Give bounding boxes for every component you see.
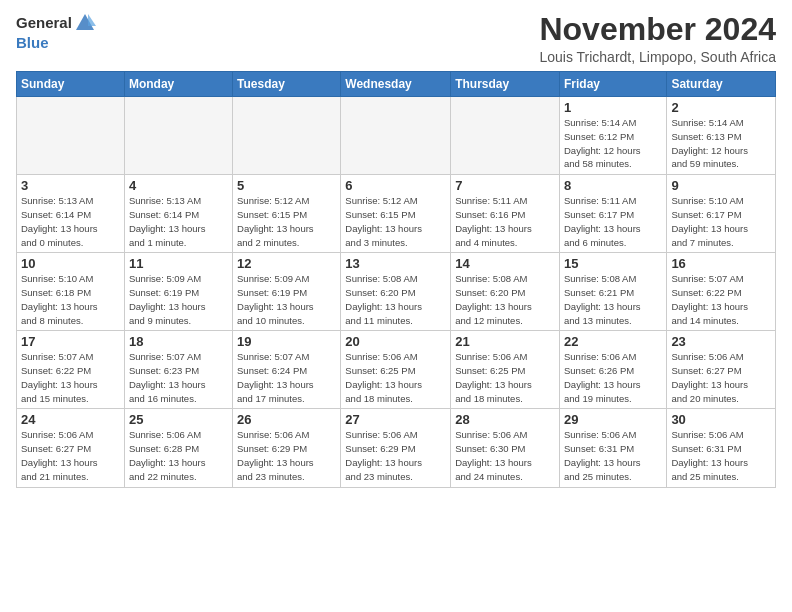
weekday-friday: Friday bbox=[559, 72, 666, 97]
logo-icon bbox=[74, 12, 96, 34]
day-info: Sunrise: 5:06 AM Sunset: 6:25 PM Dayligh… bbox=[455, 350, 555, 405]
day-number: 24 bbox=[21, 412, 120, 427]
table-row: 30Sunrise: 5:06 AM Sunset: 6:31 PM Dayli… bbox=[667, 409, 776, 487]
table-row: 22Sunrise: 5:06 AM Sunset: 6:26 PM Dayli… bbox=[559, 331, 666, 409]
day-info: Sunrise: 5:07 AM Sunset: 6:22 PM Dayligh… bbox=[21, 350, 120, 405]
table-row: 13Sunrise: 5:08 AM Sunset: 6:20 PM Dayli… bbox=[341, 253, 451, 331]
day-info: Sunrise: 5:06 AM Sunset: 6:30 PM Dayligh… bbox=[455, 428, 555, 483]
table-row: 5Sunrise: 5:12 AM Sunset: 6:15 PM Daylig… bbox=[233, 175, 341, 253]
day-number: 4 bbox=[129, 178, 228, 193]
day-number: 29 bbox=[564, 412, 662, 427]
page-container: General Blue November 2024 Louis Trichar… bbox=[0, 0, 792, 496]
day-number: 30 bbox=[671, 412, 771, 427]
day-info: Sunrise: 5:06 AM Sunset: 6:29 PM Dayligh… bbox=[237, 428, 336, 483]
day-number: 16 bbox=[671, 256, 771, 271]
calendar-week-row: 17Sunrise: 5:07 AM Sunset: 6:22 PM Dayli… bbox=[17, 331, 776, 409]
table-row: 1Sunrise: 5:14 AM Sunset: 6:12 PM Daylig… bbox=[559, 97, 666, 175]
day-info: Sunrise: 5:07 AM Sunset: 6:22 PM Dayligh… bbox=[671, 272, 771, 327]
table-row bbox=[124, 97, 232, 175]
day-info: Sunrise: 5:06 AM Sunset: 6:28 PM Dayligh… bbox=[129, 428, 228, 483]
table-row: 3Sunrise: 5:13 AM Sunset: 6:14 PM Daylig… bbox=[17, 175, 125, 253]
day-info: Sunrise: 5:09 AM Sunset: 6:19 PM Dayligh… bbox=[237, 272, 336, 327]
day-info: Sunrise: 5:14 AM Sunset: 6:13 PM Dayligh… bbox=[671, 116, 771, 171]
calendar-week-row: 10Sunrise: 5:10 AM Sunset: 6:18 PM Dayli… bbox=[17, 253, 776, 331]
day-number: 22 bbox=[564, 334, 662, 349]
table-row: 24Sunrise: 5:06 AM Sunset: 6:27 PM Dayli… bbox=[17, 409, 125, 487]
logo-general: General bbox=[16, 15, 72, 32]
day-info: Sunrise: 5:10 AM Sunset: 6:17 PM Dayligh… bbox=[671, 194, 771, 249]
day-info: Sunrise: 5:06 AM Sunset: 6:31 PM Dayligh… bbox=[671, 428, 771, 483]
day-info: Sunrise: 5:06 AM Sunset: 6:25 PM Dayligh… bbox=[345, 350, 446, 405]
table-row: 11Sunrise: 5:09 AM Sunset: 6:19 PM Dayli… bbox=[124, 253, 232, 331]
day-number: 2 bbox=[671, 100, 771, 115]
day-number: 13 bbox=[345, 256, 446, 271]
day-number: 25 bbox=[129, 412, 228, 427]
title-block: November 2024 Louis Trichardt, Limpopo, … bbox=[539, 12, 776, 65]
table-row: 23Sunrise: 5:06 AM Sunset: 6:27 PM Dayli… bbox=[667, 331, 776, 409]
calendar-week-row: 3Sunrise: 5:13 AM Sunset: 6:14 PM Daylig… bbox=[17, 175, 776, 253]
table-row bbox=[451, 97, 560, 175]
day-number: 19 bbox=[237, 334, 336, 349]
weekday-thursday: Thursday bbox=[451, 72, 560, 97]
subtitle: Louis Trichardt, Limpopo, South Africa bbox=[539, 49, 776, 65]
table-row: 4Sunrise: 5:13 AM Sunset: 6:14 PM Daylig… bbox=[124, 175, 232, 253]
day-number: 28 bbox=[455, 412, 555, 427]
day-number: 18 bbox=[129, 334, 228, 349]
table-row bbox=[233, 97, 341, 175]
day-number: 9 bbox=[671, 178, 771, 193]
table-row: 8Sunrise: 5:11 AM Sunset: 6:17 PM Daylig… bbox=[559, 175, 666, 253]
table-row: 9Sunrise: 5:10 AM Sunset: 6:17 PM Daylig… bbox=[667, 175, 776, 253]
day-number: 1 bbox=[564, 100, 662, 115]
day-number: 23 bbox=[671, 334, 771, 349]
day-info: Sunrise: 5:09 AM Sunset: 6:19 PM Dayligh… bbox=[129, 272, 228, 327]
logo: General Blue bbox=[16, 12, 96, 52]
day-info: Sunrise: 5:13 AM Sunset: 6:14 PM Dayligh… bbox=[21, 194, 120, 249]
weekday-wednesday: Wednesday bbox=[341, 72, 451, 97]
header: General Blue November 2024 Louis Trichar… bbox=[16, 12, 776, 65]
weekday-monday: Monday bbox=[124, 72, 232, 97]
day-number: 11 bbox=[129, 256, 228, 271]
table-row bbox=[17, 97, 125, 175]
table-row: 21Sunrise: 5:06 AM Sunset: 6:25 PM Dayli… bbox=[451, 331, 560, 409]
day-info: Sunrise: 5:07 AM Sunset: 6:23 PM Dayligh… bbox=[129, 350, 228, 405]
table-row: 17Sunrise: 5:07 AM Sunset: 6:22 PM Dayli… bbox=[17, 331, 125, 409]
table-row: 19Sunrise: 5:07 AM Sunset: 6:24 PM Dayli… bbox=[233, 331, 341, 409]
day-info: Sunrise: 5:12 AM Sunset: 6:15 PM Dayligh… bbox=[237, 194, 336, 249]
day-number: 3 bbox=[21, 178, 120, 193]
table-row: 26Sunrise: 5:06 AM Sunset: 6:29 PM Dayli… bbox=[233, 409, 341, 487]
table-row: 12Sunrise: 5:09 AM Sunset: 6:19 PM Dayli… bbox=[233, 253, 341, 331]
day-info: Sunrise: 5:13 AM Sunset: 6:14 PM Dayligh… bbox=[129, 194, 228, 249]
logo-blue: Blue bbox=[16, 34, 49, 51]
day-info: Sunrise: 5:06 AM Sunset: 6:27 PM Dayligh… bbox=[21, 428, 120, 483]
month-title: November 2024 bbox=[539, 12, 776, 47]
day-info: Sunrise: 5:11 AM Sunset: 6:16 PM Dayligh… bbox=[455, 194, 555, 249]
weekday-saturday: Saturday bbox=[667, 72, 776, 97]
table-row: 25Sunrise: 5:06 AM Sunset: 6:28 PM Dayli… bbox=[124, 409, 232, 487]
day-number: 8 bbox=[564, 178, 662, 193]
weekday-header-row: Sunday Monday Tuesday Wednesday Thursday… bbox=[17, 72, 776, 97]
calendar-week-row: 24Sunrise: 5:06 AM Sunset: 6:27 PM Dayli… bbox=[17, 409, 776, 487]
day-info: Sunrise: 5:06 AM Sunset: 6:31 PM Dayligh… bbox=[564, 428, 662, 483]
day-number: 5 bbox=[237, 178, 336, 193]
day-number: 10 bbox=[21, 256, 120, 271]
day-number: 21 bbox=[455, 334, 555, 349]
day-info: Sunrise: 5:08 AM Sunset: 6:20 PM Dayligh… bbox=[455, 272, 555, 327]
day-info: Sunrise: 5:14 AM Sunset: 6:12 PM Dayligh… bbox=[564, 116, 662, 171]
day-info: Sunrise: 5:07 AM Sunset: 6:24 PM Dayligh… bbox=[237, 350, 336, 405]
table-row: 16Sunrise: 5:07 AM Sunset: 6:22 PM Dayli… bbox=[667, 253, 776, 331]
day-number: 26 bbox=[237, 412, 336, 427]
day-number: 14 bbox=[455, 256, 555, 271]
day-number: 27 bbox=[345, 412, 446, 427]
table-row: 15Sunrise: 5:08 AM Sunset: 6:21 PM Dayli… bbox=[559, 253, 666, 331]
calendar-week-row: 1Sunrise: 5:14 AM Sunset: 6:12 PM Daylig… bbox=[17, 97, 776, 175]
day-number: 7 bbox=[455, 178, 555, 193]
day-info: Sunrise: 5:10 AM Sunset: 6:18 PM Dayligh… bbox=[21, 272, 120, 327]
day-info: Sunrise: 5:11 AM Sunset: 6:17 PM Dayligh… bbox=[564, 194, 662, 249]
table-row: 27Sunrise: 5:06 AM Sunset: 6:29 PM Dayli… bbox=[341, 409, 451, 487]
table-row: 20Sunrise: 5:06 AM Sunset: 6:25 PM Dayli… bbox=[341, 331, 451, 409]
table-row: 10Sunrise: 5:10 AM Sunset: 6:18 PM Dayli… bbox=[17, 253, 125, 331]
day-info: Sunrise: 5:08 AM Sunset: 6:21 PM Dayligh… bbox=[564, 272, 662, 327]
day-number: 6 bbox=[345, 178, 446, 193]
table-row bbox=[341, 97, 451, 175]
day-number: 12 bbox=[237, 256, 336, 271]
